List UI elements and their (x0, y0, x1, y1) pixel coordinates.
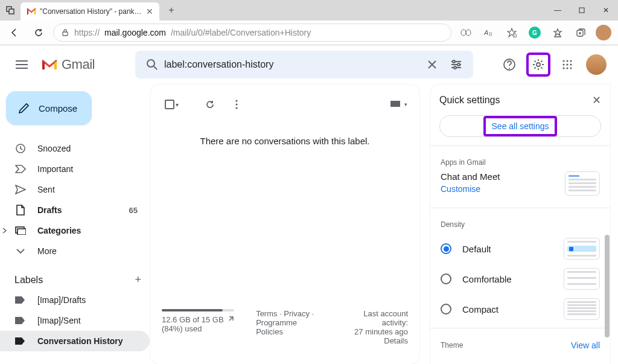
sidebar-item-snoozed[interactable]: Snoozed (0, 138, 150, 159)
open-in-new-icon[interactable] (228, 315, 235, 322)
select-all-checkbox[interactable]: ▾ (161, 94, 182, 115)
svg-point-26 (570, 67, 572, 69)
new-tab-button[interactable]: + (163, 2, 180, 19)
tab-close-icon[interactable]: ✕ (146, 7, 153, 16)
chat-and-meet-label: Chat and Meet (441, 171, 500, 182)
compose-label: Compose (39, 103, 77, 113)
storage-text-2: (84%) used (162, 324, 224, 333)
pencil-icon (18, 102, 30, 114)
extensions-icon[interactable] (456, 23, 476, 42)
settings-button[interactable] (526, 53, 550, 77)
account-avatar[interactable] (584, 53, 608, 77)
address-bar[interactable]: https://mail.google.com/mail/u/0/#label/… (53, 24, 451, 42)
policies-line-1[interactable]: Terms · Privacy · (256, 309, 325, 318)
browser-tab[interactable]: "Conversation History" - pankil.s ✕ (21, 2, 159, 21)
apps-grid-button[interactable] (555, 53, 579, 77)
svg-rect-33 (390, 101, 400, 107)
apps-in-gmail-title: Apps in Gmail (430, 150, 611, 171)
search-clear-icon[interactable] (420, 60, 444, 69)
tab-actions-icon[interactable] (0, 6, 21, 14)
svg-point-12 (453, 60, 455, 63)
url-path: /mail/u/0/#label/Conversation+History (171, 28, 311, 37)
sidebar-item-categories[interactable]: Categories (0, 220, 150, 241)
sidebar-item-sent[interactable]: Sent (0, 179, 150, 200)
main-menu-button[interactable] (10, 53, 34, 77)
policies-line-2[interactable]: Programme Policies (256, 318, 325, 336)
label-icon (14, 316, 27, 325)
activity-line-1: Last account activity: (336, 309, 408, 327)
window-minimize-button[interactable]: — (546, 0, 570, 21)
svg-point-18 (562, 60, 564, 62)
input-tools-button[interactable]: ▾ (387, 94, 409, 115)
sidebar-item-label: More (37, 246, 57, 256)
density-option-compact[interactable]: Compact (441, 294, 600, 324)
search-options-icon[interactable] (444, 60, 468, 69)
see-all-settings-button[interactable]: See all settings (439, 115, 601, 137)
favorites-bar-icon[interactable] (548, 23, 567, 42)
dropdown-caret-icon[interactable]: ▾ (176, 101, 179, 108)
search-input[interactable]: label:conversation-history (164, 59, 420, 70)
customise-link[interactable]: Customise (441, 184, 500, 194)
label-text: Conversation History (37, 336, 123, 346)
gmail-logo-text: Gmail (62, 57, 95, 72)
density-title: Density (430, 212, 611, 234)
theme-view-all-link[interactable]: View all (571, 340, 600, 350)
radio-icon (441, 304, 451, 315)
sidebar-item-label: Categories (37, 226, 81, 235)
density-default-label: Default (462, 244, 491, 254)
svg-rect-3 (63, 32, 68, 36)
density-compact-preview (564, 298, 600, 320)
refresh-mail-button[interactable] (199, 94, 221, 115)
favorites-icon[interactable]: + (502, 23, 521, 42)
quick-settings-title: Quick settings (439, 95, 500, 106)
svg-rect-29 (18, 229, 26, 235)
svg-point-21 (562, 63, 564, 65)
add-label-button[interactable]: + (135, 273, 141, 286)
sidebar-item-important[interactable]: Important (0, 159, 150, 179)
svg-text:A: A (484, 29, 488, 36)
lock-icon (61, 28, 69, 37)
sent-icon (14, 185, 27, 194)
svg-text:)): )) (489, 31, 492, 36)
svg-point-19 (566, 60, 568, 62)
activity-details-link[interactable]: Details (336, 336, 408, 345)
gmail-logo[interactable]: Gmail (41, 57, 95, 72)
window-close-button[interactable]: ✕ (594, 0, 618, 21)
label-icon (14, 296, 27, 304)
svg-text:+: + (514, 34, 516, 37)
label-conversation-history[interactable]: Conversation History (0, 331, 150, 351)
sidebar-item-label: Important (37, 164, 73, 174)
collections-icon[interactable] (571, 23, 590, 42)
svg-point-11 (147, 60, 154, 67)
quick-settings-close-button[interactable]: ✕ (592, 94, 601, 107)
url-scheme: https:// (74, 28, 100, 37)
profile-button[interactable] (594, 23, 613, 42)
label-imap-drafts[interactable]: [Imap]/Drafts (0, 290, 150, 310)
compose-button[interactable]: Compose (6, 91, 92, 125)
url-host: mail.google.com (104, 28, 166, 37)
back-button[interactable] (5, 23, 24, 42)
sidebar-item-drafts[interactable]: Drafts 65 (0, 200, 150, 220)
svg-point-4 (461, 30, 466, 36)
grammarly-icon[interactable]: G (525, 23, 544, 42)
svg-point-30 (235, 100, 237, 101)
refresh-button[interactable] (29, 23, 48, 42)
svg-point-25 (566, 67, 568, 69)
svg-point-16 (509, 68, 510, 69)
search-icon[interactable] (140, 59, 164, 71)
density-option-comfortable[interactable]: Comfortable (441, 264, 600, 294)
svg-point-31 (235, 103, 237, 105)
label-imap-sent[interactable]: [Imap]/Sent (0, 310, 150, 331)
window-maximize-button[interactable] (570, 0, 594, 21)
drafts-count: 65 (129, 206, 138, 215)
tab-title: "Conversation History" - pankil.s (40, 7, 142, 16)
reading-mode-icon[interactable]: A)) (479, 23, 499, 42)
scrollbar[interactable] (605, 235, 610, 337)
sidebar-item-more[interactable]: More (0, 241, 150, 261)
support-button[interactable] (497, 53, 521, 77)
search-bar[interactable]: label:conversation-history (135, 51, 473, 78)
categories-icon (14, 226, 27, 235)
label-icon (14, 337, 27, 345)
more-actions-button[interactable] (226, 94, 247, 115)
density-option-default[interactable]: Default (441, 234, 600, 264)
